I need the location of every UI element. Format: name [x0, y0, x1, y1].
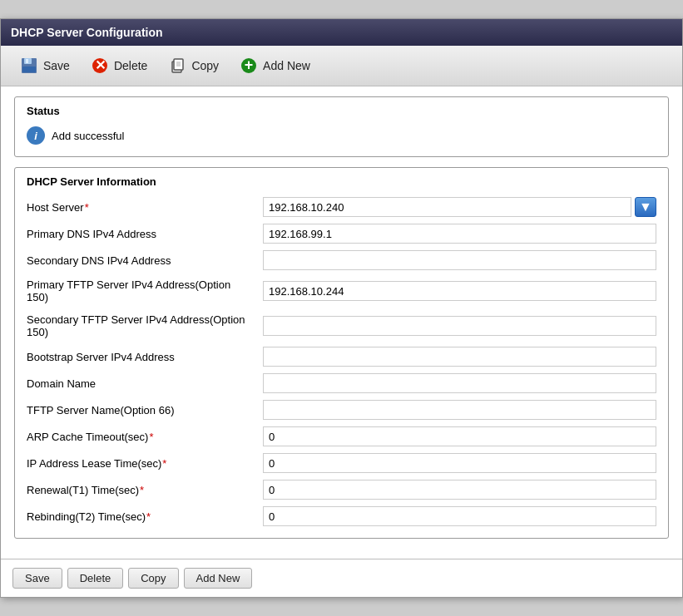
input-field-10[interactable]	[263, 480, 656, 500]
field-cell-2	[260, 247, 656, 274]
save-icon	[19, 56, 39, 76]
field-label-8: ARP Cache Timeout(sec)*	[27, 423, 260, 450]
field-cell-5	[260, 343, 656, 370]
dhcp-info-legend: DHCP Server Information	[23, 175, 160, 188]
input-host-server[interactable]	[263, 197, 631, 217]
status-legend: Status	[23, 105, 63, 117]
input-field-4[interactable]	[263, 316, 656, 336]
input-field-8[interactable]	[263, 426, 656, 446]
svg-text:+: +	[245, 57, 254, 73]
delete-label: Delete	[114, 59, 147, 72]
host-server-select-btn[interactable]: ▼	[635, 197, 656, 217]
info-icon: i	[27, 126, 45, 145]
save-button-bottom[interactable]: Save	[12, 568, 62, 589]
copy-button-bottom[interactable]: Copy	[128, 568, 178, 589]
input-field-1[interactable]	[263, 224, 656, 244]
add-new-button-top[interactable]: + Add New	[230, 52, 319, 79]
copy-icon	[167, 56, 187, 76]
field-label-3: Primary TFTP Server IPv4 Address(Option …	[27, 274, 260, 308]
input-field-7[interactable]	[263, 400, 656, 420]
status-message: Add successful	[52, 130, 124, 142]
delete-button-bottom[interactable]: Delete	[67, 568, 124, 589]
svg-rect-2	[26, 59, 28, 63]
field-cell-8	[260, 423, 656, 450]
page-title: DHCP Server Configuration	[11, 26, 163, 39]
svg-rect-3	[22, 67, 36, 72]
host-server-wrapper: ▼	[263, 197, 656, 217]
required-marker: *	[146, 510, 151, 523]
save-button[interactable]: Save	[11, 52, 78, 79]
field-label-2: Secondary DNS IPv4 Address	[27, 247, 260, 274]
field-cell-11	[260, 503, 656, 530]
field-cell-6	[260, 370, 656, 397]
content-area: Status i Add successful DHCP Server Info…	[1, 86, 682, 559]
field-cell-3	[260, 274, 656, 308]
field-label-10: Renewal(T1) Time(sec)*	[27, 476, 260, 503]
field-label-5: Bootstrap Server IPv4 Address	[27, 343, 260, 370]
field-label-0: Host Server*	[27, 194, 260, 220]
field-cell-10	[260, 476, 656, 503]
title-bar: DHCP Server Configuration	[1, 19, 682, 46]
required-marker: *	[85, 201, 89, 214]
add-new-button-bottom[interactable]: Add New	[184, 568, 253, 589]
input-field-2[interactable]	[263, 250, 656, 270]
copy-button-top[interactable]: Copy	[159, 52, 227, 79]
input-field-11[interactable]	[263, 506, 656, 526]
add-new-label: Add New	[263, 59, 310, 72]
input-field-6[interactable]	[263, 373, 656, 393]
required-marker: *	[140, 484, 144, 496]
field-label-7: TFTP Server Name(Option 66)	[27, 397, 260, 423]
field-cell-7	[260, 397, 656, 423]
delete-button[interactable]: ✕ Delete	[82, 52, 156, 79]
status-section: Status i Add successful	[14, 96, 669, 157]
field-cell-0: ▼	[260, 194, 656, 220]
field-cell-4	[260, 308, 656, 343]
input-field-9[interactable]	[263, 453, 656, 473]
input-field-5[interactable]	[263, 347, 656, 367]
field-cell-9	[260, 450, 656, 476]
required-marker: *	[149, 431, 153, 443]
field-cell-1	[260, 220, 656, 247]
status-message-row: i Add successful	[27, 123, 656, 148]
bottom-toolbar: Save Delete Copy Add New	[1, 559, 682, 597]
copy-label: Copy	[191, 59, 219, 72]
add-new-icon: +	[239, 56, 259, 76]
toolbar: Save ✕ Delete Copy	[1, 46, 682, 86]
dhcp-info-section: DHCP Server Information Host Server*▼Pri…	[14, 167, 669, 539]
main-window: DHCP Server Configuration Save ✕ D	[0, 18, 683, 598]
field-label-11: Rebinding(T2) Time(sec)*	[27, 503, 260, 530]
field-label-9: IP Address Lease Time(sec)*	[27, 450, 260, 476]
svg-text:✕: ✕	[94, 58, 105, 72]
field-label-1: Primary DNS IPv4 Address	[27, 220, 260, 247]
input-field-3[interactable]	[263, 281, 656, 301]
form-grid: Host Server*▼Primary DNS IPv4 AddressSec…	[27, 194, 656, 530]
delete-icon: ✕	[90, 56, 110, 76]
required-marker: *	[162, 457, 166, 470]
field-label-6: Domain Name	[27, 370, 260, 397]
save-label: Save	[43, 59, 70, 72]
field-label-4: Secondary TFTP Server IPv4 Address(Optio…	[27, 308, 260, 343]
